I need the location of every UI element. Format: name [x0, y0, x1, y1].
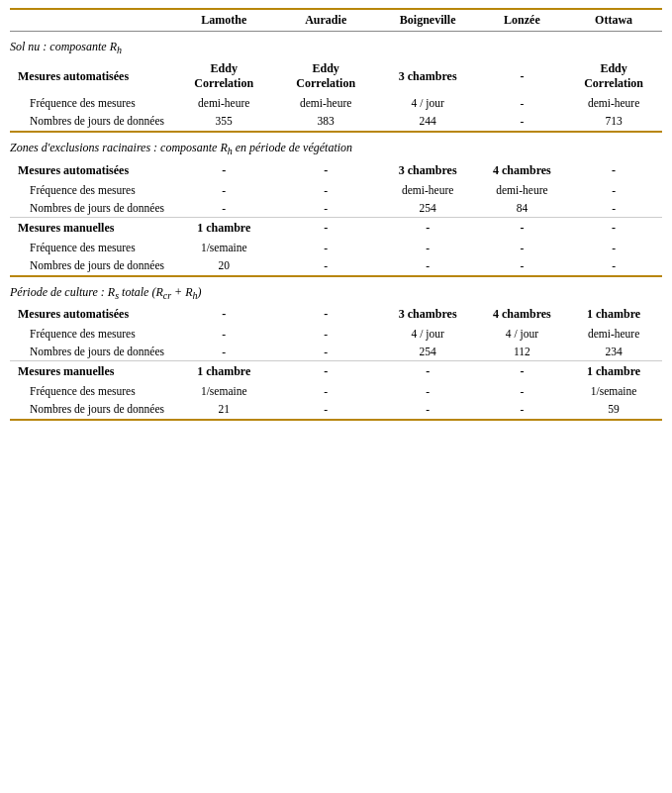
row-value: - [565, 160, 662, 181]
row-value: - [377, 217, 479, 239]
row-label: Mesures automatisées [10, 58, 173, 94]
col-ottawa: Ottawa [565, 9, 662, 32]
row-label: Nombres de jours de données [10, 256, 173, 274]
row-value: - [275, 160, 377, 181]
row-label: Nombres de jours de données [10, 400, 173, 418]
row-value: 3 chambres [377, 160, 479, 181]
row-value: - [479, 256, 566, 274]
row-value: 244 [377, 112, 479, 130]
row-value: - [479, 239, 566, 256]
row-value: 4 chambres [479, 160, 566, 181]
empty-header [10, 9, 173, 32]
row-value: - [275, 256, 377, 274]
row-value: EddyCorrelation [565, 58, 662, 94]
row-value: - [275, 181, 377, 199]
row-value: - [173, 199, 275, 218]
data-row: Fréquence des mesures1/semaine---- [10, 239, 662, 256]
section-border-2 [10, 418, 662, 420]
row-value: - [275, 199, 377, 218]
data-row: Nombres de jours de données20---- [10, 256, 662, 274]
row-value: - [275, 325, 377, 343]
row-value: 4 / jour [479, 325, 566, 343]
row-value: demi-heure [479, 181, 566, 199]
row-value: 84 [479, 199, 566, 218]
data-row: Mesures manuelles1 chambre---- [10, 217, 662, 239]
row-value: - [377, 361, 479, 383]
row-value: 21 [173, 400, 275, 418]
col-boigneville: Boigneville [377, 9, 479, 32]
row-value: EddyCorrelation [275, 58, 377, 94]
row-value: - [377, 382, 479, 400]
row-label: Mesures automatisées [10, 160, 173, 181]
row-value: - [377, 256, 479, 274]
row-value: - [173, 325, 275, 343]
row-value: - [479, 217, 566, 239]
row-value: - [565, 239, 662, 256]
data-row: Mesures automatisées--3 chambres4 chambr… [10, 304, 662, 325]
row-value: 1 chambre [173, 217, 275, 239]
row-label: Fréquence des mesures [10, 382, 173, 400]
row-label: Fréquence des mesures [10, 239, 173, 256]
row-value: - [173, 343, 275, 361]
row-value: - [565, 217, 662, 239]
row-label: Nombres de jours de données [10, 199, 173, 218]
data-row: Mesures manuelles1 chambre---1 chambre [10, 361, 662, 383]
row-value: 1/semaine [565, 382, 662, 400]
row-value: 4 chambres [479, 304, 566, 325]
col-lonzee: Lonzée [479, 9, 566, 32]
row-value: - [565, 199, 662, 218]
row-value: - [275, 400, 377, 418]
row-value: 1/semaine [173, 382, 275, 400]
row-value: - [479, 94, 566, 112]
row-value: 254 [377, 199, 479, 218]
data-row: Nombres de jours de données355383244-713 [10, 112, 662, 130]
row-value: - [377, 239, 479, 256]
table-container: Lamothe Auradie Boigneville Lonzée Ottaw… [10, 8, 662, 421]
row-value: EddyCorrelation [173, 58, 275, 94]
row-value: demi-heure [173, 94, 275, 112]
row-label: Mesures automatisées [10, 304, 173, 325]
row-value: demi-heure [565, 94, 662, 112]
col-auradie: Auradie [275, 9, 377, 32]
row-value: - [275, 382, 377, 400]
data-row: Mesures automatiséesEddyCorrelationEddyC… [10, 58, 662, 94]
row-value: - [173, 160, 275, 181]
data-row: Mesures automatisées--3 chambres4 chambr… [10, 160, 662, 181]
row-value: - [275, 343, 377, 361]
row-value: - [565, 181, 662, 199]
data-row: Fréquence des mesures1/semaine---1/semai… [10, 382, 662, 400]
row-value: 713 [565, 112, 662, 130]
data-row: Nombres de jours de données--254112234 [10, 343, 662, 361]
row-value: 59 [565, 400, 662, 418]
row-value: 1 chambre [565, 304, 662, 325]
row-value: demi-heure [377, 181, 479, 199]
data-row: Fréquence des mesures--demi-heuredemi-he… [10, 181, 662, 199]
row-value: 254 [377, 343, 479, 361]
row-value: 1 chambre [565, 361, 662, 383]
row-value: - [377, 400, 479, 418]
data-row: Nombres de jours de données--25484- [10, 199, 662, 218]
row-value: demi-heure [275, 94, 377, 112]
row-label: Mesures manuelles [10, 361, 173, 383]
col-lamothe: Lamothe [173, 9, 275, 32]
row-value: - [173, 304, 275, 325]
row-label: Mesures manuelles [10, 217, 173, 239]
data-row: Nombres de jours de données21---59 [10, 400, 662, 418]
row-value: 1 chambre [173, 361, 275, 383]
row-value: demi-heure [565, 325, 662, 343]
section-header-2: Période de culture : Rs totale (Rcr + Rh… [10, 276, 662, 304]
row-label: Fréquence des mesures [10, 181, 173, 199]
row-label: Nombres de jours de données [10, 112, 173, 130]
row-value: 355 [173, 112, 275, 130]
row-value: - [173, 181, 275, 199]
row-value: - [479, 382, 566, 400]
row-value: 4 / jour [377, 325, 479, 343]
row-value: 1/semaine [173, 239, 275, 256]
row-value: 3 chambres [377, 304, 479, 325]
row-label: Nombres de jours de données [10, 343, 173, 361]
row-value: - [479, 361, 566, 383]
data-row: Fréquence des mesuresdemi-heuredemi-heur… [10, 94, 662, 112]
row-value: - [275, 361, 377, 383]
row-value: - [479, 112, 566, 130]
section-header-1: Zones d'exclusions racinaires : composan… [10, 132, 662, 159]
